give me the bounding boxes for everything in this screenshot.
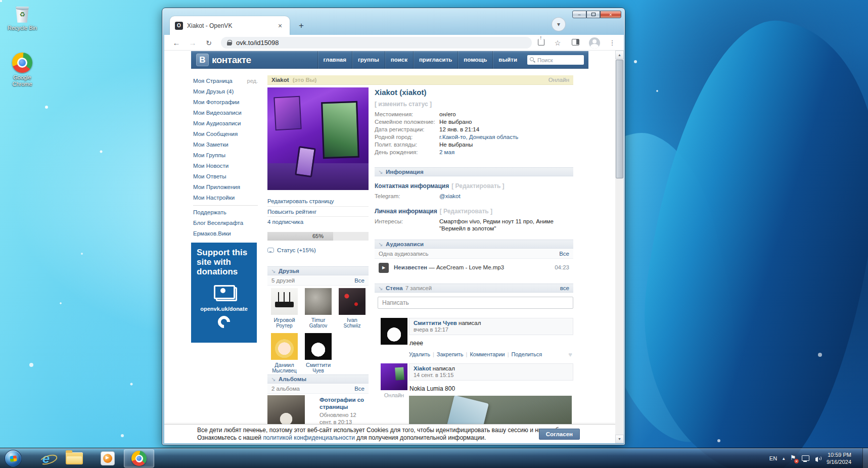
info-header[interactable]: ↘ Информация bbox=[375, 167, 573, 176]
tray-expand-icon[interactable]: ▲ bbox=[782, 456, 786, 461]
new-tab-button[interactable]: + bbox=[296, 20, 307, 31]
sidebar-item-my-settings[interactable]: Мои Настройки bbox=[193, 193, 258, 203]
sidebar-item-my-answers[interactable]: Мои Ответы bbox=[193, 171, 258, 182]
post-pin-link[interactable]: Закрепить bbox=[437, 351, 464, 357]
window-minimize-button[interactable]: – bbox=[572, 11, 586, 18]
friend-card[interactable]: IvanSchwiiz bbox=[335, 288, 369, 329]
side-panel-icon[interactable] bbox=[572, 39, 579, 45]
friend-avatar[interactable] bbox=[339, 288, 366, 315]
taskbar-chrome-active[interactable] bbox=[124, 449, 154, 467]
cookie-accept-button[interactable]: Согласен bbox=[539, 429, 580, 440]
window-close-button[interactable]: × bbox=[600, 11, 621, 18]
sidebar-item-my-messages[interactable]: Мои Сообщения bbox=[193, 129, 258, 139]
play-icon[interactable]: ▶ bbox=[379, 263, 389, 273]
edit-personal-link[interactable]: [ Редактировать ] bbox=[440, 208, 492, 215]
sidebar-item-my-apps[interactable]: Мои Приложения bbox=[193, 182, 258, 193]
post-author-link[interactable]: Смиттити Чуев bbox=[414, 320, 457, 326]
followers-link[interactable]: 4 подписчика bbox=[267, 216, 369, 226]
albums-all-link[interactable]: Все bbox=[354, 384, 364, 393]
reload-icon[interactable]: ↻ bbox=[203, 37, 215, 49]
vk-search-input[interactable] bbox=[527, 56, 584, 65]
post-date[interactable]: 14 сент. в 15:15 bbox=[414, 372, 569, 378]
post-delete-link[interactable]: Удалить bbox=[409, 351, 430, 357]
sidebar-edit-link[interactable]: ред. bbox=[247, 76, 258, 86]
back-icon[interactable]: ← bbox=[170, 37, 182, 49]
wall-write-input[interactable] bbox=[378, 297, 573, 309]
post-comments-link[interactable]: Комментарии bbox=[470, 351, 505, 357]
forward-icon[interactable]: → bbox=[187, 37, 199, 49]
post-author-avatar[interactable] bbox=[381, 318, 407, 345]
window-maximize-button[interactable] bbox=[586, 11, 600, 18]
taskbar-media-player[interactable] bbox=[99, 451, 116, 465]
profile-avatar-icon[interactable] bbox=[589, 37, 600, 49]
sidebar-item-my-photos[interactable]: Мои Фотографии bbox=[193, 97, 258, 108]
scroll-up-arrow[interactable]: ▲ bbox=[615, 51, 624, 59]
like-heart-icon[interactable]: ♥ bbox=[568, 351, 572, 358]
post-date[interactable]: вчера в 12:17 bbox=[414, 326, 569, 333]
friend-avatar[interactable] bbox=[271, 288, 298, 315]
tab-close-icon[interactable]: × bbox=[276, 21, 285, 30]
vk-logo[interactable]: В контакте bbox=[196, 54, 251, 66]
sidebar-item-my-page[interactable]: ред.Моя Страница bbox=[193, 76, 258, 86]
friend-card[interactable]: ИгровойРоутер bbox=[267, 288, 301, 329]
telegram-link[interactable]: @xiakot bbox=[439, 193, 461, 200]
action-center-flag-icon[interactable] bbox=[790, 455, 797, 462]
post-attached-photo[interactable] bbox=[409, 396, 572, 425]
scroll-down-arrow[interactable]: ▼ bbox=[615, 435, 624, 443]
audios-header[interactable]: ↘ Аудиозаписи bbox=[375, 240, 573, 249]
taskbar-file-explorer[interactable] bbox=[66, 451, 83, 465]
donation-banner[interactable]: Support this site with donations openvk.… bbox=[191, 243, 257, 343]
sidebar-item-my-videos[interactable]: Мои Видеозаписи bbox=[193, 108, 258, 118]
sidebar-item-my-friends[interactable]: Мои Друзья (4) bbox=[193, 86, 258, 97]
scrollbar-thumb[interactable] bbox=[616, 60, 623, 178]
friend-avatar[interactable] bbox=[305, 288, 332, 315]
taskbar-internet-explorer[interactable]: e bbox=[37, 451, 55, 465]
vk-search-box[interactable] bbox=[527, 55, 584, 65]
address-bar[interactable]: ovk.to/id15098 bbox=[221, 37, 532, 49]
friend-avatar[interactable] bbox=[305, 333, 332, 360]
desktop-icon-google-chrome[interactable]: Google Chrome bbox=[4, 53, 40, 87]
nav-logout[interactable]: выйти bbox=[492, 51, 523, 69]
friend-avatar[interactable] bbox=[271, 333, 298, 360]
share-icon[interactable] bbox=[538, 39, 544, 45]
wall-all-link[interactable]: все bbox=[560, 284, 569, 293]
albums-header[interactable]: ↘ Альбомы bbox=[267, 375, 369, 384]
privacy-policy-link[interactable]: политикой конфиденциальности bbox=[263, 434, 354, 441]
friend-card[interactable]: TimurGafarov bbox=[301, 288, 335, 329]
language-indicator[interactable]: EN bbox=[769, 455, 777, 461]
birthday-link[interactable]: 2 мая bbox=[439, 149, 454, 156]
friends-all-link[interactable]: Все bbox=[354, 276, 364, 285]
profile-photo[interactable] bbox=[267, 87, 369, 190]
browser-tab[interactable]: O Xiakot - OpenVK × bbox=[170, 16, 290, 35]
tray-clock[interactable]: 10:59 PM 9/16/2024 bbox=[827, 451, 851, 466]
edit-page-link[interactable]: Редактировать страницу bbox=[267, 196, 369, 206]
album-thumbnail[interactable] bbox=[267, 395, 305, 427]
edit-contact-link[interactable]: [ Редактировать ] bbox=[451, 182, 504, 190]
wall-header[interactable]: ↘ Стена7 записей все bbox=[375, 284, 573, 293]
sidebar-item-my-news[interactable]: Мои Новости bbox=[193, 161, 258, 171]
nav-help[interactable]: помощь bbox=[458, 51, 492, 69]
post-author-link[interactable]: Xiakot bbox=[414, 365, 431, 371]
friend-card[interactable]: СмиттитиЧуев bbox=[301, 333, 335, 374]
track-title[interactable]: Неизвестен — AceCream - Love Me.mp3 bbox=[394, 264, 504, 270]
sidebar-item-blog[interactable]: Блог Веселкрафта bbox=[193, 218, 258, 228]
page-scrollbar[interactable]: ▲ ▼ bbox=[615, 51, 624, 443]
sidebar-item-support[interactable]: Поддержать bbox=[193, 207, 258, 218]
sidebar-item-my-audios[interactable]: Мои Аудиозаписи bbox=[193, 118, 258, 129]
nav-invite[interactable]: пригласить bbox=[413, 51, 458, 69]
post-share-link[interactable]: Поделиться bbox=[512, 351, 542, 357]
sidebar-item-wiki[interactable]: Ермаков.Вики bbox=[193, 228, 258, 239]
nav-search[interactable]: поиск bbox=[385, 51, 413, 69]
audios-all-link[interactable]: Все bbox=[559, 249, 569, 258]
change-status-link[interactable]: [ изменить статус ] bbox=[375, 101, 432, 108]
friend-card[interactable]: ДаниилМысливец bbox=[267, 333, 301, 374]
album-title[interactable]: Фотографии со страницы bbox=[319, 396, 369, 411]
show-desktop-button[interactable] bbox=[862, 448, 868, 468]
start-button[interactable] bbox=[5, 450, 22, 467]
hometown-link[interactable]: г.Какой-то, Донецкая область bbox=[439, 133, 518, 141]
speaker-icon[interactable] bbox=[814, 455, 822, 462]
friends-header[interactable]: ↘ Друзья bbox=[267, 266, 369, 275]
network-icon[interactable] bbox=[802, 455, 809, 462]
bookmark-star-icon[interactable]: ☆ bbox=[552, 37, 564, 49]
raise-rating-link[interactable]: Повысить рейтинг bbox=[267, 206, 369, 216]
